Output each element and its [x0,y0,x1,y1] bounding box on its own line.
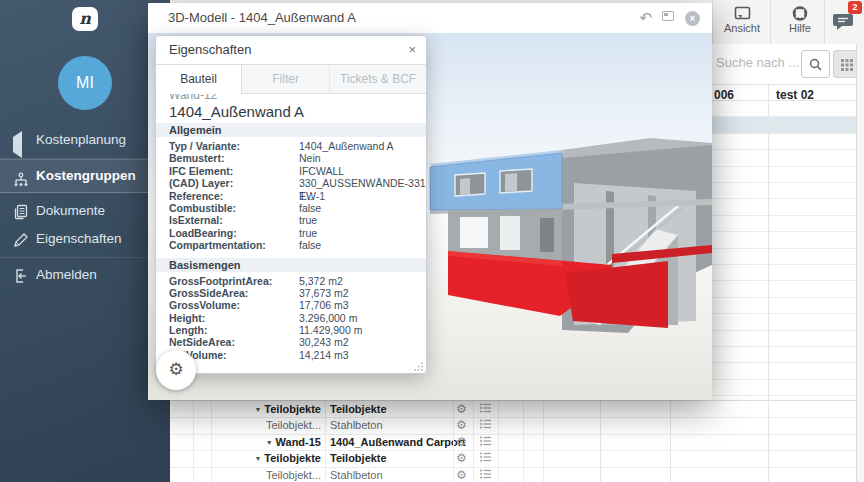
panel-header: Eigenschaften × [156,36,426,65]
sidebar-item-kostengruppen[interactable]: Kostengruppen [0,159,170,193]
property-row: Typ / Variante:1404_Außenwand A [156,140,426,152]
sidebar-item-label: Kostenplanung [36,127,126,153]
list-icon[interactable] [476,417,496,433]
column-divider [453,401,454,482]
pencil-icon [13,231,29,247]
settings-icon[interactable]: ⚙ [451,401,472,417]
window-titlebar[interactable]: 3D-Modell - 1404_Außenwand A ↶ × [148,3,712,34]
app-logo[interactable]: n [72,7,98,31]
logout-icon [13,267,29,283]
row-name: Teilobjekte [264,452,321,464]
toolbar-separator [770,0,771,44]
column-divider [473,401,474,482]
element-name: 1404_Außenwand A [156,102,426,123]
sidebar-item-label: Abmelden [36,262,97,288]
toolbar-separator [824,0,825,44]
column-divider [193,401,194,482]
back-triangle-icon [13,132,29,148]
undo-icon[interactable]: ↶ [639,11,652,25]
sidebar-item-label: Eigenschaften [36,226,122,252]
property-row: (CAD) Layer:330_AUSSENWÄNDE-331 T... [156,177,426,189]
cost-table: ▼Teilobjekte Teilobjekte ⚙ ▼Teilobjekt..… [170,400,857,482]
sidebar-divider [0,192,170,193]
column-divider [523,401,524,482]
documents-icon [13,203,29,219]
vertical-scrollbar[interactable] [856,44,864,482]
table-row[interactable]: ▼Wand-15 1404_Außenwand Carport ⚙ [170,434,857,451]
table-row[interactable]: ▼Teilobjekte Teilobjekte ⚙ [170,450,857,467]
section-allgemein: Allgemein [156,123,426,137]
list-icon[interactable] [476,401,496,417]
close-icon[interactable]: × [685,11,700,26]
property-row: Combustible:false [156,202,426,214]
property-row: Compartmentation:false [156,239,426,251]
property-row: GrossVolume:17,706 m3 [156,299,426,311]
close-icon[interactable]: × [408,36,416,64]
property-row: IsExternal:true [156,214,426,226]
tab-bauteil[interactable]: Bauteil [156,65,242,94]
list-icon[interactable] [476,450,496,466]
sidebar-item-label: Dokumente [36,198,105,224]
property-row: Length:11.429,900 m [156,324,426,336]
search-input[interactable]: Suche nach ... [716,55,799,70]
settings-icon[interactable]: ⚙ [451,417,472,433]
table-row[interactable]: ▼Teilobjekt... Stahlbeton ⚙ [170,417,857,434]
column-divider [325,401,326,482]
panel-tabs: Bauteil Filter Tickets & BCF [156,65,426,94]
tab-filter[interactable]: Filter [242,65,329,94]
table-row[interactable]: ▼Teilobjekte Teilobjekte ⚙ [170,401,857,418]
sidebar-item-dokumente[interactable]: Dokumente [0,198,170,224]
restore-window-icon[interactable] [662,11,674,21]
property-row: NetVolume:14,214 m3 [156,349,426,361]
property-row: IFC Element:IFCWALL [156,165,426,177]
lifebuoy-icon [792,6,808,21]
grid-icon [841,59,853,71]
notification-badge[interactable]: 2 [848,1,862,14]
row-name: Teilobjekte [264,403,321,415]
row-name: Wand-15 [276,436,321,448]
list-icon[interactable] [476,434,496,450]
table-row[interactable]: ▼Teilobjekt... Stahlbeton ⚙ [170,467,857,482]
resize-handle-icon[interactable] [414,362,423,371]
toolbar-separator [712,0,713,44]
gear-icon: ⚙ [168,360,183,379]
expander-icon[interactable]: ▼ [254,455,261,462]
hilfe-label: Hilfe [789,22,811,34]
ansicht-button[interactable]: Ansicht [714,4,770,42]
hilfe-button[interactable]: Hilfe [776,4,824,42]
hierarchy-icon [13,168,29,184]
panel-title: Eigenschaften [169,36,251,64]
row-name: Teilobjekt... [266,419,321,431]
tab-tickets-bcf[interactable]: Tickets & BCF [329,65,426,94]
column-divider [498,401,499,482]
chat-bubble-icon [832,12,854,32]
sidebar-item-kostenplanung[interactable]: Kostenplanung [0,127,170,153]
sidebar-item-abmelden[interactable]: Abmelden [0,262,170,288]
property-row: Bemustert:Nein [156,152,426,164]
search-button[interactable] [801,50,830,78]
ansicht-label: Ansicht [724,22,760,34]
settings-icon[interactable]: ⚙ [451,450,472,466]
property-row: LoadBearing:true [156,227,426,239]
property-row: NetSideArea:30,243 m2 [156,336,426,348]
window-title: 3D-Modell - 1404_Außenwand A [168,3,356,33]
window-icon [734,6,751,21]
expander-icon[interactable]: ▼ [254,406,261,413]
avatar[interactable]: MI [58,56,112,110]
sidebar: n MI Kostenplanung Kostengruppen Dokumen… [0,0,170,482]
section-basismengen: Basismengen [156,258,426,272]
element-id: Wand-12 [156,94,426,102]
settings-icon[interactable]: ⚙ [451,467,472,482]
column-divider [543,401,544,482]
sidebar-item-eigenschaften[interactable]: Eigenschaften [0,226,170,252]
list-icon[interactable] [476,467,496,482]
viewer-settings-button[interactable]: ⚙ [156,350,196,390]
row-name: Teilobjekt... [266,469,321,481]
property-row: GrossFootprintArea:5,372 m2 [156,275,426,287]
sidebar-divider [0,257,170,258]
expander-icon[interactable]: ▼ [266,439,273,446]
column-divider [768,85,769,482]
property-row: Reference:EW-1 [156,190,426,202]
settings-icon[interactable]: ⚙ [451,434,472,450]
property-row: GrossSideArea:37,673 m2 [156,287,426,299]
